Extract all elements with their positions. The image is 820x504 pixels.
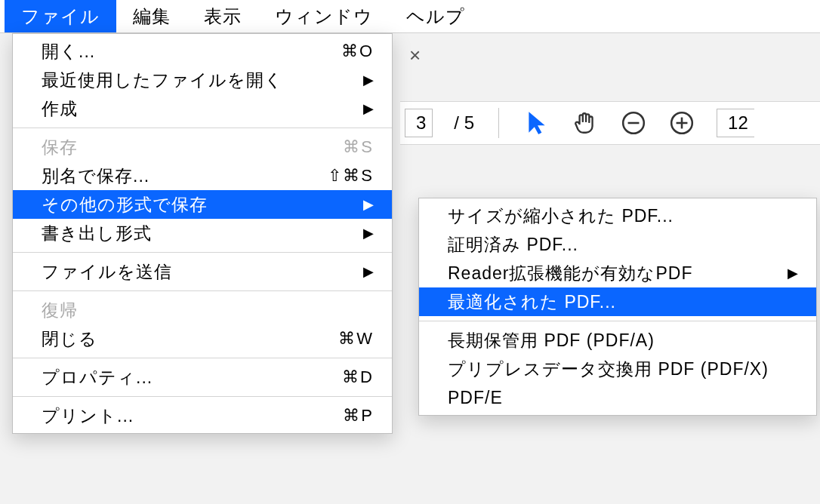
chevron-right-icon: ▶ xyxy=(363,263,374,280)
menu-item-export[interactable]: 書き出し形式▶ xyxy=(13,219,392,247)
save-as-other-submenu: サイズが縮小された PDF... 証明済み PDF... Reader拡張機能が… xyxy=(418,198,817,416)
menu-item-save: 保存⌘S xyxy=(13,133,392,161)
menu-item-pdf-e[interactable]: PDF/E xyxy=(419,383,816,412)
chevron-right-icon: ▶ xyxy=(363,196,374,213)
menu-separator xyxy=(13,358,392,358)
menu-separator xyxy=(13,290,392,291)
chevron-right-icon: ▶ xyxy=(363,72,374,88)
chevron-right-icon: ▶ xyxy=(363,225,374,241)
menu-separator xyxy=(419,321,816,321)
menu-item-send-file[interactable]: ファイルを送信▶ xyxy=(13,257,392,286)
menu-item-save-as[interactable]: 別名で保存...⇧⌘S xyxy=(13,161,392,190)
file-menu: 開く...⌘O 最近使用したファイルを開く▶ 作成▶ 保存⌘S 別名で保存...… xyxy=(12,33,393,434)
menu-item-open-recent[interactable]: 最近使用したファイルを開く▶ xyxy=(13,66,392,94)
menu-item-pdf-x[interactable]: プリプレスデータ交換用 PDF (PDF/X) xyxy=(419,355,816,383)
menu-item-close[interactable]: 閉じる⌘W xyxy=(13,324,392,353)
menu-item-certified-pdf[interactable]: 証明済み PDF... xyxy=(419,230,816,259)
menu-separator xyxy=(13,396,392,397)
menubar-item-file[interactable]: ファイル xyxy=(5,0,116,32)
menu-item-reader-extended-pdf[interactable]: Reader拡張機能が有効なPDF▶ xyxy=(419,259,816,287)
menubar: ファイル 編集 表示 ウィンドウ ヘルプ xyxy=(0,0,820,33)
menu-item-pdf-a[interactable]: 長期保管用 PDF (PDF/A) xyxy=(419,326,816,355)
page-separator: / 5 xyxy=(454,112,474,134)
menubar-item-edit[interactable]: 編集 xyxy=(116,0,187,32)
toolbar-separator xyxy=(498,108,499,138)
hand-icon[interactable] xyxy=(572,109,599,137)
menu-item-print[interactable]: プリント...⌘P xyxy=(13,401,392,430)
menubar-item-help[interactable]: ヘルプ xyxy=(390,0,482,32)
zoom-level-input[interactable]: 12 xyxy=(717,109,754,137)
cursor-icon[interactable] xyxy=(523,109,550,137)
menu-item-create[interactable]: 作成▶ xyxy=(13,94,392,123)
menu-item-open[interactable]: 開く...⌘O xyxy=(13,37,392,66)
chevron-right-icon: ▶ xyxy=(788,265,798,281)
menu-item-save-as-other[interactable]: その他の形式で保存▶ xyxy=(13,190,392,219)
page-number-input[interactable]: 3 xyxy=(405,109,433,137)
document-toolbar: 3 / 5 12 xyxy=(400,101,820,145)
zoom-in-icon[interactable] xyxy=(668,109,695,137)
chevron-right-icon: ▶ xyxy=(363,100,374,117)
menu-item-reduced-size-pdf[interactable]: サイズが縮小された PDF... xyxy=(419,201,816,230)
menu-item-optimized-pdf[interactable]: 最適化された PDF... xyxy=(419,287,816,316)
menu-item-revert: 復帰 xyxy=(13,296,392,324)
menubar-item-window[interactable]: ウィンドウ xyxy=(258,0,390,32)
zoom-out-icon[interactable] xyxy=(620,109,647,137)
menu-separator xyxy=(13,128,392,128)
close-icon[interactable]: × xyxy=(409,44,421,67)
menu-item-properties[interactable]: プロパティ...⌘D xyxy=(13,363,392,392)
menubar-item-view[interactable]: 表示 xyxy=(187,0,258,32)
menu-separator xyxy=(13,252,392,253)
